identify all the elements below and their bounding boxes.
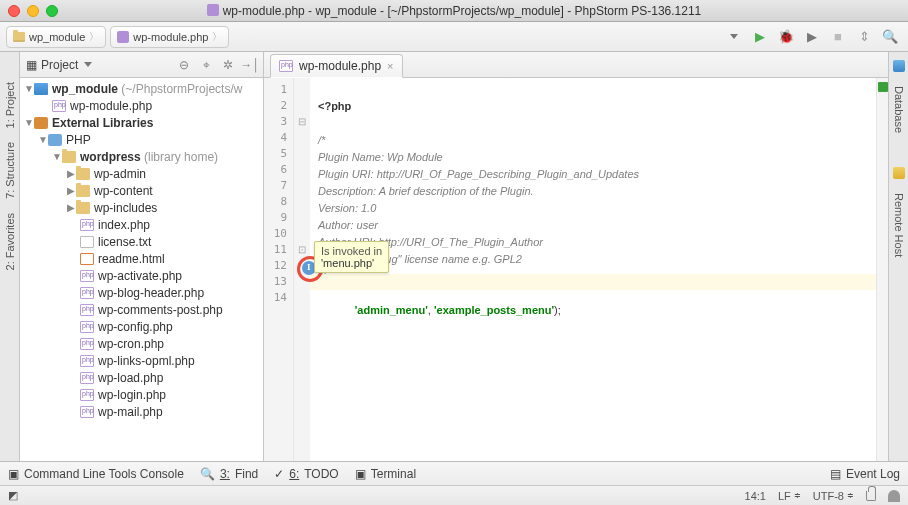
stop-button[interactable]: ■ bbox=[830, 29, 846, 45]
folder-icon bbox=[76, 202, 90, 214]
project-tree[interactable]: ▼wp_module (~/PhpstormProjects/w wp-modu… bbox=[20, 78, 263, 461]
project-panel-header: ▦ Project ⊖ ⌖ ✲ →│ bbox=[20, 52, 263, 78]
code-line: <?php bbox=[318, 100, 351, 112]
event-log-icon: ▤ bbox=[830, 467, 841, 481]
tree-file[interactable]: wp-cron.php bbox=[20, 335, 263, 352]
html-file-icon bbox=[80, 253, 94, 265]
breadcrumb-file-label: wp-module.php bbox=[133, 31, 208, 43]
editor-tab[interactable]: wp-module.php × bbox=[270, 54, 403, 78]
tree-module-root[interactable]: ▼wp_module (~/PhpstormProjects/w bbox=[20, 80, 263, 97]
file-encoding[interactable]: UTF-8≑ bbox=[813, 490, 854, 502]
search-icon: 🔍 bbox=[200, 467, 215, 481]
readonly-lock-icon[interactable] bbox=[866, 491, 876, 501]
code-line: Description: A brief description of the … bbox=[318, 185, 534, 197]
right-tool-rail: Database Remote Host bbox=[888, 52, 908, 461]
line-separator[interactable]: LF≑ bbox=[778, 490, 801, 502]
close-tab-icon[interactable]: × bbox=[387, 60, 393, 72]
php-file-icon bbox=[80, 321, 94, 333]
caret-position[interactable]: 14:1 bbox=[745, 490, 766, 502]
tree-folder[interactable]: ▶wp-includes bbox=[20, 199, 263, 216]
tooltip-line1: Is invoked in bbox=[321, 245, 382, 257]
todo-tool-button[interactable]: ✓6: TODO bbox=[274, 467, 338, 481]
tree-file[interactable]: wp-mail.php bbox=[20, 403, 263, 420]
php-file-icon bbox=[80, 270, 94, 282]
window-title: wp-module.php - wp_module - [~/PhpstormP… bbox=[0, 4, 908, 18]
run-button[interactable]: ▶ bbox=[752, 29, 768, 45]
tree-file[interactable]: wp-login.php bbox=[20, 386, 263, 403]
folder-icon bbox=[62, 151, 76, 163]
run-config-dropdown[interactable] bbox=[726, 29, 742, 45]
project-panel-title: Project bbox=[41, 58, 78, 72]
event-log-button[interactable]: ▤Event Log bbox=[830, 467, 900, 481]
tree-file[interactable]: readme.html bbox=[20, 250, 263, 267]
editor-tab-bar: wp-module.php × bbox=[264, 52, 888, 78]
debug-button[interactable]: 🐞 bbox=[778, 29, 794, 45]
editor-tab-label: wp-module.php bbox=[299, 59, 381, 73]
rail-remote-host-button[interactable]: Remote Host bbox=[893, 189, 905, 261]
breadcrumb-root[interactable]: wp_module 〉 bbox=[6, 26, 106, 48]
settings-gear-icon[interactable]: ✲ bbox=[221, 58, 235, 72]
tree-file[interactable]: license.txt bbox=[20, 233, 263, 250]
window-close-button[interactable] bbox=[8, 5, 20, 17]
tool-windows-toggle-icon[interactable]: ◩ bbox=[8, 489, 18, 502]
php-file-icon bbox=[80, 338, 94, 350]
bottom-tool-bar: ▣Command Line Tools Console 🔍3: Find ✓6:… bbox=[0, 461, 908, 485]
terminal-icon: ▣ bbox=[355, 467, 366, 481]
database-icon bbox=[893, 60, 905, 72]
tree-file[interactable]: wp-activate.php bbox=[20, 267, 263, 284]
coverage-button[interactable]: ▶ bbox=[804, 29, 820, 45]
rail-structure-button[interactable]: 7: Structure bbox=[4, 138, 16, 203]
tree-file[interactable]: wp-module.php bbox=[20, 97, 263, 114]
rail-favorites-button[interactable]: 2: Favorites bbox=[4, 209, 16, 274]
php-file-icon bbox=[80, 355, 94, 367]
project-view-dropdown[interactable] bbox=[84, 62, 92, 67]
hector-icon[interactable] bbox=[888, 490, 900, 502]
tree-file[interactable]: wp-config.php bbox=[20, 318, 263, 335]
rail-database-button[interactable]: Database bbox=[893, 82, 905, 137]
find-tool-button[interactable]: 🔍3: Find bbox=[200, 467, 258, 481]
php-file-icon bbox=[279, 60, 293, 72]
left-tool-rail: 1: Project 7: Structure 2: Favorites bbox=[0, 52, 20, 461]
tree-file[interactable]: wp-load.php bbox=[20, 369, 263, 386]
tree-file[interactable]: wp-links-opml.php bbox=[20, 352, 263, 369]
php-icon bbox=[117, 31, 129, 43]
vcs-button[interactable]: ⇕ bbox=[856, 29, 872, 45]
gutter-tooltip: Is invoked in 'menu.php' bbox=[314, 241, 389, 273]
terminal-tool-button[interactable]: ▣Terminal bbox=[355, 467, 416, 481]
php-file-icon bbox=[80, 287, 94, 299]
module-icon bbox=[34, 83, 48, 95]
chevron-right-icon: 〉 bbox=[89, 30, 99, 44]
status-bar: ◩ 14:1 LF≑ UTF-8≑ bbox=[0, 485, 908, 505]
code-line: Author: user bbox=[318, 219, 378, 231]
window-zoom-button[interactable] bbox=[46, 5, 58, 17]
scroll-from-source-button[interactable]: ⌖ bbox=[199, 58, 213, 72]
inspection-ok-icon bbox=[878, 82, 888, 92]
tree-file[interactable]: wp-blog-header.php bbox=[20, 284, 263, 301]
window-minimize-button[interactable] bbox=[27, 5, 39, 17]
php-lib-icon bbox=[48, 134, 62, 146]
code-content[interactable]: <?php /* Plugin Name: Wp Module Plugin U… bbox=[310, 78, 876, 461]
file-icon bbox=[207, 4, 219, 16]
error-stripe[interactable] bbox=[876, 78, 888, 461]
cli-tool-button[interactable]: ▣Command Line Tools Console bbox=[8, 467, 184, 481]
tree-external-libraries[interactable]: ▼External Libraries bbox=[20, 114, 263, 131]
tree-file[interactable]: index.php bbox=[20, 216, 263, 233]
tree-folder[interactable]: ▶wp-content bbox=[20, 182, 263, 199]
search-everywhere-button[interactable]: 🔍 bbox=[882, 29, 898, 45]
collapse-all-button[interactable]: ⊖ bbox=[177, 58, 191, 72]
library-icon bbox=[34, 117, 48, 129]
tree-file[interactable]: wp-comments-post.php bbox=[20, 301, 263, 318]
tree-wordpress-lib[interactable]: ▼wordpress (library home) bbox=[20, 148, 263, 165]
rail-project-button[interactable]: 1: Project bbox=[4, 78, 16, 132]
remote-host-icon bbox=[893, 167, 905, 179]
tooltip-line2: 'menu.php' bbox=[321, 257, 374, 269]
breadcrumb-file[interactable]: wp-module.php 〉 bbox=[110, 26, 229, 48]
php-file-icon bbox=[80, 304, 94, 316]
text-file-icon bbox=[80, 236, 94, 248]
tree-folder[interactable]: ▶wp-admin bbox=[20, 165, 263, 182]
terminal-icon: ▣ bbox=[8, 467, 19, 481]
php-file-icon bbox=[80, 372, 94, 384]
project-tool-window: ▦ Project ⊖ ⌖ ✲ →│ ▼wp_module (~/Phpstor… bbox=[20, 52, 264, 461]
tree-php-lib[interactable]: ▼PHP bbox=[20, 131, 263, 148]
hide-button[interactable]: →│ bbox=[243, 58, 257, 72]
